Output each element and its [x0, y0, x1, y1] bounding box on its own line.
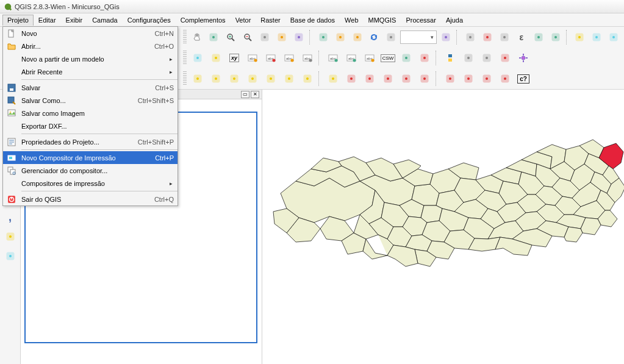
- zoom-selection-icon[interactable]: [291, 29, 307, 46]
- epsilon-icon[interactable]: ε: [514, 29, 529, 46]
- raster3-icon[interactable]: [379, 70, 396, 87]
- map-canvas[interactable]: [262, 90, 624, 364]
- submenu-arrow-icon: ▸: [170, 69, 173, 75]
- poly8-icon[interactable]: [325, 70, 342, 87]
- menu-item-sair-do-qgis[interactable]: Sair do QGISCtrl+Q: [3, 193, 178, 205]
- zoom-next-icon[interactable]: [350, 29, 365, 46]
- copy-icon[interactable]: [189, 49, 206, 66]
- menu-item-salvar-como-imagem[interactable]: Salvar como Imagem: [3, 107, 178, 120]
- zoom-full-icon[interactable]: [274, 29, 290, 46]
- svg-line-19: [232, 38, 234, 41]
- abc-pin-icon[interactable]: abc: [262, 49, 279, 66]
- palette-icon[interactable]: [497, 49, 514, 66]
- bookmark-icon[interactable]: [497, 29, 512, 46]
- poly3-icon[interactable]: [226, 70, 243, 87]
- menu-item-novo[interactable]: NovoCtrl+N: [3, 27, 178, 40]
- paste-icon[interactable]: [207, 49, 224, 66]
- raster2-icon[interactable]: [361, 70, 378, 87]
- menu-base-de-dados[interactable]: Base de dados: [285, 15, 340, 26]
- attr-table-icon[interactable]: [531, 29, 547, 46]
- menu-processar[interactable]: Processar: [401, 15, 441, 26]
- raster8-icon[interactable]: [478, 70, 495, 87]
- help-icon[interactable]: c?: [515, 70, 532, 87]
- poly1-icon[interactable]: [189, 70, 206, 87]
- raster9-icon[interactable]: [497, 70, 514, 87]
- raster1-icon[interactable]: [343, 70, 360, 87]
- abc-plain-icon[interactable]: abc: [361, 49, 378, 66]
- csw-icon[interactable]: CSW: [379, 49, 396, 66]
- menu-item-salvar-como-[interactable]: Salvar Como...Ctrl+Shift+S: [3, 94, 178, 107]
- menu-item-novo-a-partir-de-um-modelo[interactable]: Novo a partir de um modelo▸: [3, 52, 178, 65]
- mountain-icon[interactable]: [478, 49, 495, 66]
- menu-item-salvar[interactable]: SalvarCtrl+S: [3, 81, 178, 94]
- deselect-icon[interactable]: [462, 29, 478, 46]
- menu-web[interactable]: Web: [340, 15, 363, 26]
- measure-icon[interactable]: [479, 29, 495, 46]
- menu-camada[interactable]: Camada: [87, 15, 123, 26]
- menu-item-exportar-dxf-[interactable]: Exportar DXF...: [3, 120, 178, 132]
- poly5-icon[interactable]: [262, 70, 279, 87]
- poly4-icon[interactable]: [244, 70, 261, 87]
- svg-point-114: [350, 77, 353, 80]
- save-icon: [5, 83, 18, 93]
- db-icon[interactable]: [398, 49, 415, 66]
- raster5-icon[interactable]: [416, 70, 433, 87]
- calendar-icon[interactable]: [460, 49, 477, 66]
- gear-icon[interactable]: [515, 49, 532, 66]
- poly6-icon[interactable]: [281, 70, 298, 87]
- abc-move-icon[interactable]: abc: [299, 49, 316, 66]
- menu-mmqgis[interactable]: MMQGIS: [364, 15, 401, 26]
- diamond-icon[interactable]: [416, 49, 433, 66]
- menu-complementos[interactable]: Complementos: [176, 15, 231, 26]
- abc-rotate-icon[interactable]: abc: [325, 49, 342, 66]
- select-icon[interactable]: [438, 29, 454, 46]
- raster6-icon[interactable]: [442, 70, 459, 87]
- svg-point-116: [368, 77, 371, 80]
- poly7-icon[interactable]: [299, 70, 316, 87]
- zoom-1-1-icon[interactable]: [257, 29, 273, 46]
- menu-item-gerenciador-do-compositor-[interactable]: Gerenciador do compositor...: [3, 164, 178, 177]
- tips-icon[interactable]: [589, 29, 604, 46]
- zoom-last-icon[interactable]: [332, 29, 348, 46]
- stats-icon[interactable]: [572, 29, 587, 46]
- print-composer-icon: [5, 153, 18, 163]
- menu-item-abrir-recente[interactable]: Abrir Recente▸: [3, 65, 178, 78]
- zoom-layer-icon[interactable]: [315, 29, 331, 46]
- menu-item-abrir-[interactable]: Abrir...Ctrl+O: [3, 40, 178, 52]
- toolbar-combo[interactable]: [400, 30, 437, 44]
- html-icon[interactable]: [606, 29, 622, 46]
- abc-change-icon[interactable]: abc: [343, 49, 360, 66]
- zoom-in-icon[interactable]: [223, 29, 238, 46]
- raster7-icon[interactable]: [460, 70, 477, 87]
- identify-icon[interactable]: [383, 29, 399, 46]
- xy-icon[interactable]: xy: [226, 49, 243, 66]
- pan-select-icon[interactable]: [206, 29, 221, 46]
- blank-icon: [5, 179, 18, 188]
- python-icon[interactable]: [442, 49, 459, 66]
- menu-item-propriedades-do-projeto-[interactable]: Propriedades do Projeto...Ctrl+Shift+P: [3, 135, 178, 148]
- menu-exibir[interactable]: Exibir: [61, 15, 88, 26]
- panel-float-button[interactable]: ▭: [241, 91, 249, 98]
- panel-close-button[interactable]: ✕: [251, 91, 259, 98]
- comma-icon[interactable]: ,: [2, 209, 18, 225]
- poly2-icon[interactable]: [207, 70, 224, 87]
- abc-layer-icon[interactable]: abc: [281, 49, 298, 66]
- field-calc-icon[interactable]: [548, 29, 564, 46]
- refresh-icon[interactable]: [367, 29, 382, 46]
- save-as-icon: [5, 96, 18, 105]
- menu-ajuda[interactable]: Ajuda: [441, 15, 468, 26]
- tree-icon[interactable]: [2, 248, 18, 264]
- menu-configuracoes[interactable]: Configurações: [123, 15, 176, 26]
- menu-item-compositores-de-impress-o[interactable]: Compositores de impressão▸: [3, 177, 178, 190]
- zoom-out-icon[interactable]: [240, 29, 256, 46]
- hand-icon[interactable]: [189, 29, 205, 46]
- menu-projeto[interactable]: Projeto: [2, 15, 34, 26]
- menu-raster[interactable]: Raster: [256, 15, 285, 26]
- menu-item-novo-compositor-de-impress-o[interactable]: Novo Compositor de ImpressãoCtrl+P: [3, 151, 178, 164]
- menu-editar[interactable]: Editar: [34, 15, 61, 26]
- menu-vetor[interactable]: Vetor: [231, 15, 256, 26]
- menu-projeto-dropdown: NovoCtrl+NAbrir...Ctrl+ONovo a partir de…: [2, 26, 178, 206]
- raster4-icon[interactable]: [398, 70, 415, 87]
- abc-label-icon[interactable]: abc: [244, 49, 261, 66]
- nodes-icon[interactable]: [2, 229, 18, 244]
